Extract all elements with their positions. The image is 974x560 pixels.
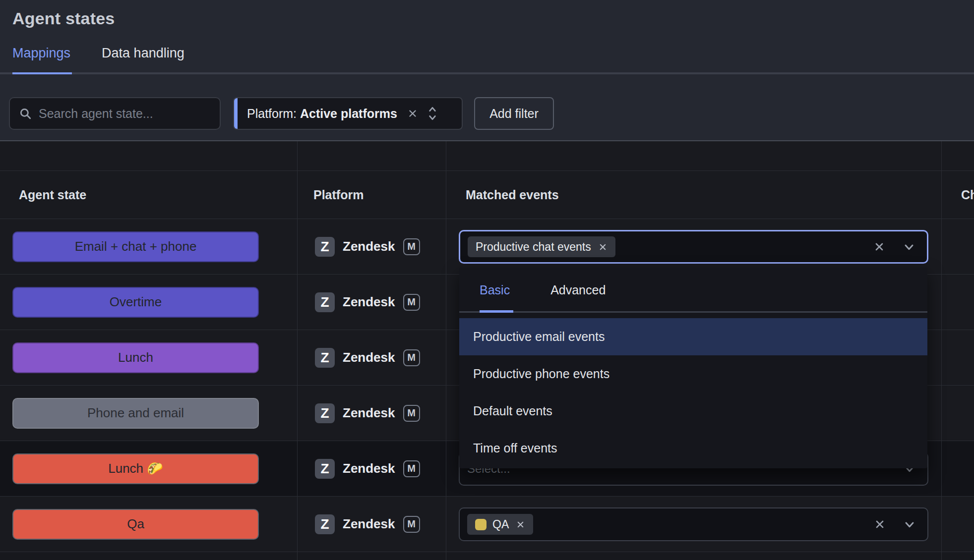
platform-m-badge: M: [403, 516, 420, 533]
column-divider: [446, 141, 446, 560]
filter-remove-icon[interactable]: [407, 108, 418, 119]
platform-m-badge: M: [403, 294, 420, 311]
platform-cell: Z Zendesk M: [315, 292, 446, 312]
table-spacer-row: [0, 141, 974, 171]
search-input[interactable]: [39, 107, 211, 121]
filter-bar: Platform: Active platforms Add filter: [0, 74, 974, 140]
search-icon: [19, 107, 32, 120]
filter-updown-icon[interactable]: [426, 106, 439, 121]
dropdown-tab-advanced[interactable]: Advanced: [550, 283, 606, 297]
matched-events-select[interactable]: Productive chat events: [459, 230, 928, 264]
chevron-down-icon[interactable]: [903, 517, 916, 531]
platform-name: Zendesk: [343, 461, 395, 476]
agent-state-button[interactable]: Email + chat + phone: [12, 231, 259, 262]
agent-state-button[interactable]: Lunch: [12, 342, 259, 373]
qa-color-swatch: [475, 519, 487, 530]
dropdown-active-tab-underline: [480, 310, 513, 313]
platform-name: Zendesk: [343, 294, 395, 310]
search-box[interactable]: [9, 97, 221, 130]
platform-m-badge: M: [403, 460, 420, 477]
agent-state-button[interactable]: Overtime: [12, 287, 259, 318]
platform-cell: Z Zendesk M: [315, 459, 446, 479]
table-header-row: Agent state Platform Matched events Ch: [0, 171, 974, 219]
platform-name: Zendesk: [343, 239, 395, 254]
platform-m-badge: M: [403, 238, 420, 255]
column-header-platform: Platform: [297, 188, 446, 202]
chip-remove-icon[interactable]: [516, 520, 525, 529]
dropdown-option[interactable]: Productive email events: [459, 318, 927, 355]
platform-filter-chip[interactable]: Platform: Active platforms: [233, 97, 463, 130]
matched-events-select[interactable]: QA: [459, 507, 928, 541]
column-divider: [297, 141, 298, 560]
page-title: Agent states: [12, 9, 115, 28]
chip-remove-icon[interactable]: [598, 242, 608, 252]
platform-m-badge: M: [403, 405, 420, 422]
dropdown-tab-divider: [459, 311, 927, 313]
selected-event-chip: QA: [467, 514, 533, 535]
zendesk-logo-icon: Z: [315, 237, 335, 257]
tab-data-handling[interactable]: Data handling: [102, 46, 184, 61]
zendesk-logo-icon: Z: [315, 514, 335, 534]
tab-mappings[interactable]: Mappings: [12, 46, 70, 61]
page-header: Agent states Mappings Data handling: [0, 0, 974, 74]
platform-name: Zendesk: [343, 516, 395, 532]
platform-name: Zendesk: [343, 405, 395, 421]
selected-event-chip: Productive chat events: [468, 236, 615, 257]
column-header-agent-state: Agent state: [0, 188, 297, 202]
column-divider: [941, 141, 942, 560]
agent-state-button[interactable]: Lunch 🌮: [12, 453, 259, 484]
select-clear-icon[interactable]: [873, 241, 885, 253]
filter-label: Platform:: [247, 107, 297, 120]
zendesk-logo-icon: Z: [315, 292, 335, 312]
add-filter-button[interactable]: Add filter: [474, 97, 554, 130]
table-row: Email + chat + phone Z Zendesk M Product…: [0, 219, 974, 275]
column-header-matched-events: Matched events: [446, 188, 941, 202]
platform-m-badge: M: [403, 349, 420, 366]
dropdown-option[interactable]: Default events: [459, 392, 927, 430]
agent-state-button[interactable]: Phone and email: [12, 398, 259, 429]
select-clear-icon[interactable]: [874, 518, 886, 530]
zendesk-logo-icon: Z: [315, 459, 335, 479]
main-tabs: Mappings Data handling: [12, 46, 184, 61]
platform-cell: Z Zendesk M: [315, 403, 446, 423]
matched-events-dropdown: Basic Advanced Productive email events P…: [459, 268, 927, 468]
platform-name: Zendesk: [343, 350, 395, 365]
column-header-clipped: Ch: [941, 188, 974, 202]
dropdown-option[interactable]: Productive phone events: [459, 355, 927, 392]
platform-cell: Z Zendesk M: [315, 237, 446, 257]
platform-cell: Z Zendesk M: [315, 348, 446, 368]
dropdown-option[interactable]: Time off events: [459, 430, 927, 467]
filter-value: Active platforms: [300, 107, 397, 120]
dropdown-options: Productive email events Productive phone…: [459, 313, 927, 467]
zendesk-logo-icon: Z: [315, 348, 335, 368]
zendesk-logo-icon: Z: [315, 403, 335, 423]
table-row: Qa Z Zendesk M QA: [0, 497, 974, 552]
dropdown-tab-basic[interactable]: Basic: [480, 283, 510, 297]
chevron-down-icon[interactable]: [902, 240, 916, 254]
table-row-partial: [0, 552, 974, 560]
dropdown-tabs: Basic Advanced: [459, 268, 927, 313]
filter-accent-bar: [234, 98, 238, 129]
agent-state-button[interactable]: Qa: [12, 509, 259, 540]
platform-cell: Z Zendesk M: [315, 514, 446, 534]
